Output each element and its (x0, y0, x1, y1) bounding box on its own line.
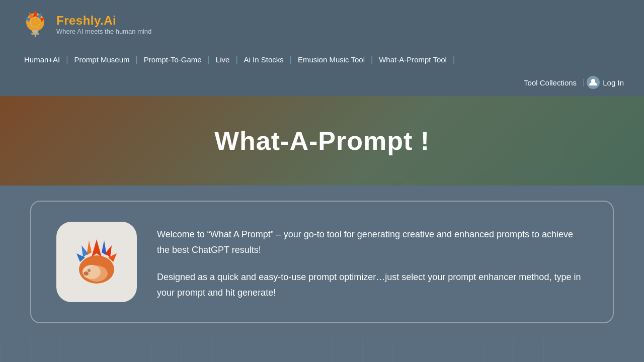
card-text: Welcome to “What A Prompt” – your go-to … (157, 222, 588, 300)
svg-marker-18 (105, 245, 112, 257)
app-icon-wrapper (56, 222, 137, 302)
nav-sep-6: | (369, 55, 375, 64)
logo-icon (20, 9, 50, 39)
nav-link-ai-stocks[interactable]: Ai In Stocks (240, 53, 288, 66)
user-avatar-icon (587, 76, 600, 89)
secondary-nav: Tool Collections | Log In (20, 72, 624, 96)
nav-sep-1: | (64, 55, 70, 64)
nav-link-prompt-to-game[interactable]: Prompt-To-Game (140, 53, 206, 66)
nav-sep-7: | (451, 55, 457, 64)
app-icon (64, 229, 129, 295)
brand-name: Freshly.Ai (56, 14, 151, 28)
nav-link-what-a-prompt-tool[interactable]: What-A-Prompt Tool (375, 53, 451, 66)
nav-item-tool-collections[interactable]: Tool Collections (520, 76, 581, 89)
info-card: Welcome to “What A Prompt” – your go-to … (30, 201, 614, 323)
card-paragraph-1: Welcome to “What A Prompt” – your go-to … (157, 227, 588, 257)
svg-point-21 (86, 265, 108, 282)
nav-item-emusion[interactable]: Emusion Music Tool (294, 53, 369, 66)
card-paragraph-2: Designed as a quick and easy-to-use prom… (157, 269, 588, 300)
nav-sep-sec-1: | (581, 78, 587, 87)
login-label: Log In (603, 78, 624, 87)
brand-tagline: Where AI meets the human mind (56, 28, 151, 35)
nav-sep-3: | (206, 55, 212, 64)
nav-primary-list: Human+AI | Prompt Museum | Prompt-To-Gam… (20, 46, 624, 72)
nav-secondary-list: Tool Collections | Log In (20, 72, 624, 96)
nav-item-live[interactable]: Live (212, 53, 234, 66)
nav-sep-4: | (233, 55, 239, 64)
nav-item-prompt-to-game[interactable]: Prompt-To-Game (140, 53, 206, 66)
nav-sep-2: | (134, 55, 140, 64)
svg-point-22 (84, 272, 89, 276)
nav-link-prompt-museum[interactable]: Prompt Museum (70, 53, 133, 66)
nav-link-tool-collections[interactable]: Tool Collections (520, 76, 581, 89)
login-button[interactable]: Log In (587, 76, 624, 89)
header-top: Freshly.Ai Where AI meets the human mind (20, 0, 624, 46)
content-area: Welcome to “What A Prompt” – your go-to … (0, 186, 644, 338)
logo-link[interactable]: Freshly.Ai Where AI meets the human mind (20, 9, 151, 39)
logo-text-group: Freshly.Ai Where AI meets the human mind (56, 14, 151, 35)
svg-marker-17 (82, 245, 88, 257)
primary-nav: Human+AI | Prompt Museum | Prompt-To-Gam… (20, 46, 624, 72)
nav-link-live[interactable]: Live (212, 53, 234, 66)
nav-item-ai-stocks[interactable]: Ai In Stocks (240, 53, 288, 66)
nav-item-what-a-prompt-tool[interactable]: What-A-Prompt Tool (375, 53, 451, 66)
nav-item-prompt-museum[interactable]: Prompt Museum (70, 53, 133, 66)
hero-banner: What-A-Prompt ! (0, 96, 644, 186)
nav-item-human-ai[interactable]: Human+AI (20, 53, 64, 66)
hero-title: What-A-Prompt ! (214, 126, 430, 156)
header: Freshly.Ai Where AI meets the human mind… (0, 0, 644, 96)
nav-item-login[interactable]: Log In (587, 76, 624, 89)
svg-marker-14 (92, 239, 102, 257)
nav-link-emusion[interactable]: Emusion Music Tool (294, 53, 369, 66)
nav-sep-5: | (288, 55, 294, 64)
nav-link-human-ai[interactable]: Human+AI (20, 53, 64, 66)
